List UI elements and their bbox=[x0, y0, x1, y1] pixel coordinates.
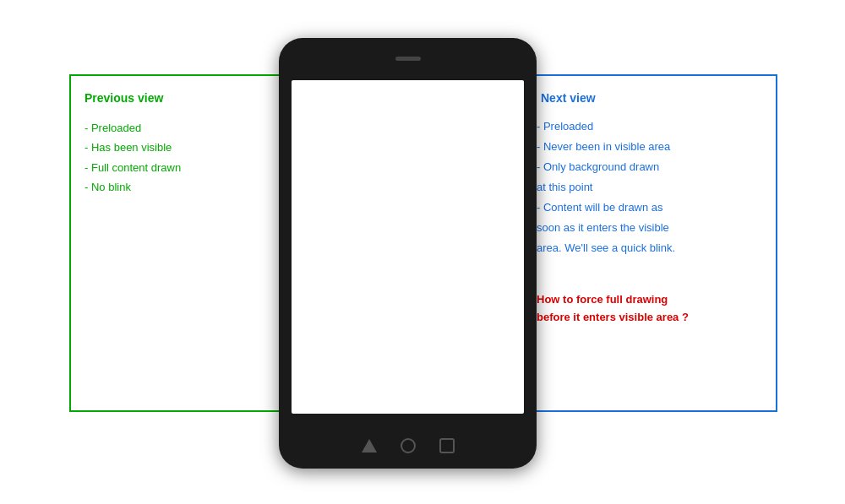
list-item: - Preloaded bbox=[537, 117, 760, 137]
back-button-icon bbox=[362, 439, 377, 453]
list-item: - Preloaded bbox=[84, 118, 181, 138]
home-button-icon bbox=[401, 438, 416, 453]
tablet-nav-bar bbox=[279, 438, 537, 453]
prev-view-list: - Preloaded - Has been visible - Full co… bbox=[84, 118, 181, 198]
list-item: - Content will be drawn as bbox=[537, 198, 760, 218]
next-view-question: How to force full drawing before it ente… bbox=[537, 291, 752, 327]
prev-view-title: Previous view bbox=[84, 91, 163, 105]
diagram: Previous view - Preloaded - Has been vis… bbox=[0, 0, 845, 504]
tablet-device bbox=[279, 38, 537, 469]
next-view-list: - Preloaded - Never been in visible area… bbox=[537, 117, 760, 258]
list-item: - Full content drawn bbox=[84, 158, 181, 177]
list-item: soon as it enters the visible bbox=[537, 218, 760, 238]
list-item: - Has been visible bbox=[84, 138, 181, 157]
tablet-speaker bbox=[395, 57, 421, 61]
list-item: - No blink bbox=[84, 177, 181, 197]
list-item: - Only background drawn bbox=[537, 157, 760, 177]
next-view-title: Next view bbox=[541, 91, 596, 105]
tablet-screen bbox=[292, 80, 524, 414]
list-item: at this point bbox=[537, 177, 760, 198]
question-line2: before it enters visible area ? bbox=[537, 309, 752, 327]
list-item: area. We'll see a quick blink. bbox=[537, 238, 760, 258]
recents-button-icon bbox=[439, 438, 455, 453]
list-item: - Never been in visible area bbox=[537, 137, 760, 157]
question-line1: How to force full drawing bbox=[537, 291, 752, 309]
